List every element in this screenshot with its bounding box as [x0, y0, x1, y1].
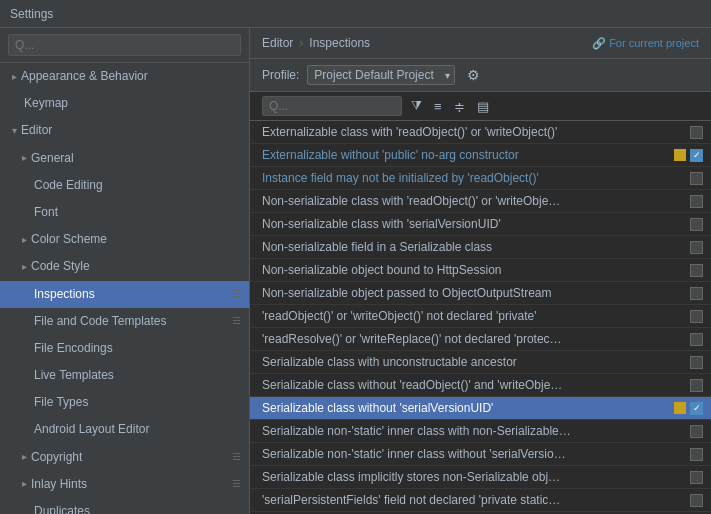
checkbox[interactable]: ✓: [690, 402, 703, 415]
check-wrap: [690, 379, 703, 392]
gear-button[interactable]: ⚙: [463, 65, 484, 85]
inspection-list-item[interactable]: Serializable class implicitly stores non…: [250, 466, 711, 489]
checkbox[interactable]: [690, 218, 703, 231]
sidebar-search-input[interactable]: [8, 34, 241, 56]
check-wrap: [690, 448, 703, 461]
checkbox[interactable]: ✓: [690, 149, 703, 162]
inspection-list-item[interactable]: 'readObject()' or 'writeObject()' not de…: [250, 305, 711, 328]
arrow-icon: ▾: [12, 123, 17, 139]
arrow-icon: ▸: [22, 259, 27, 275]
breadcrumb-parent: Editor: [262, 36, 293, 50]
severity-indicator: [674, 402, 686, 414]
sidebar-item-duplicates[interactable]: Duplicates: [0, 498, 249, 514]
sidebar-item-inlay-hints[interactable]: ▸ Inlay Hints ☰: [0, 471, 249, 498]
sidebar-item-copyright[interactable]: ▸ Copyright ☰: [0, 444, 249, 471]
sidebar-item-color-scheme[interactable]: ▸ Color Scheme: [0, 226, 249, 253]
sidebar-item-icon: ☰: [232, 313, 241, 329]
inspection-list-item[interactable]: Serializable class without 'serialVersio…: [250, 397, 711, 420]
check-wrap: [690, 126, 703, 139]
checkbox[interactable]: [690, 195, 703, 208]
inspection-list-item[interactable]: Externalizable class with 'readObject()'…: [250, 121, 711, 144]
sidebar-item-label: Color Scheme: [31, 230, 107, 249]
sidebar-item-label: Inlay Hints: [31, 475, 87, 494]
group-button[interactable]: ▤: [474, 97, 492, 116]
inspection-label: Serializable class without 'serialVersio…: [262, 401, 668, 415]
profile-select[interactable]: Project Default Project: [307, 65, 455, 85]
inspection-label: Externalizable class with 'readObject()'…: [262, 125, 684, 139]
inspection-list-item[interactable]: Serializable non-'static' inner class wi…: [250, 420, 711, 443]
inspection-label: Non-serializable object passed to Object…: [262, 286, 684, 300]
sidebar-item-file-and-code-templates[interactable]: File and Code Templates ☰: [0, 308, 249, 335]
checkbox[interactable]: [690, 471, 703, 484]
sidebar-item-file-types[interactable]: File Types: [0, 389, 249, 416]
checkbox[interactable]: [690, 172, 703, 185]
sidebar-item-font[interactable]: Font: [0, 199, 249, 226]
checkbox[interactable]: [690, 126, 703, 139]
checkbox[interactable]: [690, 448, 703, 461]
inspection-label: Instance field may not be initialized by…: [262, 171, 684, 185]
checkbox[interactable]: [690, 425, 703, 438]
sidebar-item-file-encodings[interactable]: File Encodings: [0, 335, 249, 362]
inspection-list-item[interactable]: Serializable non-'static' inner class wi…: [250, 443, 711, 466]
sidebar-item-label: Appearance & Behavior: [21, 67, 148, 86]
inspection-search-input[interactable]: [262, 96, 402, 116]
sidebar-items-container: ▸ Appearance & Behavior Keymap ▾ Editor …: [0, 63, 249, 514]
sidebar-item-general[interactable]: ▸ General: [0, 145, 249, 172]
sidebar-item-keymap[interactable]: Keymap: [0, 90, 249, 117]
inspection-label: 'readResolve()' or 'writeReplace()' not …: [262, 332, 684, 346]
title-bar-label: Settings: [10, 7, 53, 21]
checkbox[interactable]: [690, 264, 703, 277]
sidebar-item-live-templates[interactable]: Live Templates: [0, 362, 249, 389]
inspection-list-item[interactable]: Instance field may not be initialized by…: [250, 167, 711, 190]
check-wrap: [690, 494, 703, 507]
inspection-label: Serializable class with unconstructable …: [262, 355, 684, 369]
sidebar-item-label: General: [31, 149, 74, 168]
inspection-label: Serializable class without 'readObject()…: [262, 378, 684, 392]
checkbox[interactable]: [690, 333, 703, 346]
inspection-label: Non-serializable object bound to HttpSes…: [262, 263, 684, 277]
breadcrumb-project-link[interactable]: 🔗 For current project: [592, 37, 699, 50]
sidebar-item-label: Keymap: [24, 94, 68, 113]
title-bar: Settings: [0, 0, 711, 28]
check-wrap: [690, 241, 703, 254]
checkbox[interactable]: [690, 379, 703, 392]
sidebar-item-label: File Encodings: [34, 339, 113, 358]
inspection-list-item[interactable]: Serializable class with unconstructable …: [250, 351, 711, 374]
inspection-list-item[interactable]: Non-serializable object bound to HttpSes…: [250, 259, 711, 282]
profile-bar: Profile: Project Default Project ⚙: [250, 59, 711, 92]
inspection-list-item[interactable]: Externalizable without 'public' no-arg c…: [250, 144, 711, 167]
inspection-list-item[interactable]: Non-serializable class with 'readObject(…: [250, 190, 711, 213]
check-wrap: [690, 333, 703, 346]
checkbox[interactable]: [690, 310, 703, 323]
sidebar-item-code-editing[interactable]: Code Editing: [0, 172, 249, 199]
checkbox[interactable]: [690, 356, 703, 369]
sidebar-item-android-layout-editor[interactable]: Android Layout Editor: [0, 416, 249, 443]
sidebar-item-code-style[interactable]: ▸ Code Style: [0, 253, 249, 280]
arrow-icon: ▸: [12, 69, 17, 85]
sidebar-item-label: Android Layout Editor: [34, 420, 149, 439]
sidebar: ▸ Appearance & Behavior Keymap ▾ Editor …: [0, 28, 250, 514]
inspection-label: Externalizable without 'public' no-arg c…: [262, 148, 668, 162]
check-wrap: [690, 425, 703, 438]
inspection-list-item[interactable]: Serializable class without 'readObject()…: [250, 374, 711, 397]
inspection-list-item[interactable]: Non-serializable field in a Serializable…: [250, 236, 711, 259]
sort-asc-button[interactable]: ≡: [431, 97, 445, 116]
filter-button[interactable]: ⧩: [408, 96, 425, 116]
inspection-list-item[interactable]: 'serialPersistentFields' field not decla…: [250, 489, 711, 512]
inspection-list-item[interactable]: 'readResolve()' or 'writeReplace()' not …: [250, 328, 711, 351]
checkbox[interactable]: [690, 241, 703, 254]
check-wrap: [690, 195, 703, 208]
sidebar-item-inspections[interactable]: Inspections ☰: [0, 281, 249, 308]
sidebar-item-icon: ☰: [232, 476, 241, 492]
inspection-list-item[interactable]: Non-serializable object passed to Object…: [250, 282, 711, 305]
sort-button[interactable]: ≑: [451, 97, 468, 116]
checkbox[interactable]: [690, 494, 703, 507]
sidebar-item-label: Code Style: [31, 257, 90, 276]
check-wrap: ✓: [674, 402, 703, 415]
inspection-list-item[interactable]: Non-serializable class with 'serialVersi…: [250, 213, 711, 236]
sidebar-search-wrapper: [0, 28, 249, 63]
checkbox[interactable]: [690, 287, 703, 300]
sidebar-item-label: Inspections: [34, 285, 95, 304]
sidebar-item-appearance[interactable]: ▸ Appearance & Behavior: [0, 63, 249, 90]
sidebar-item-editor[interactable]: ▾ Editor: [0, 117, 249, 144]
